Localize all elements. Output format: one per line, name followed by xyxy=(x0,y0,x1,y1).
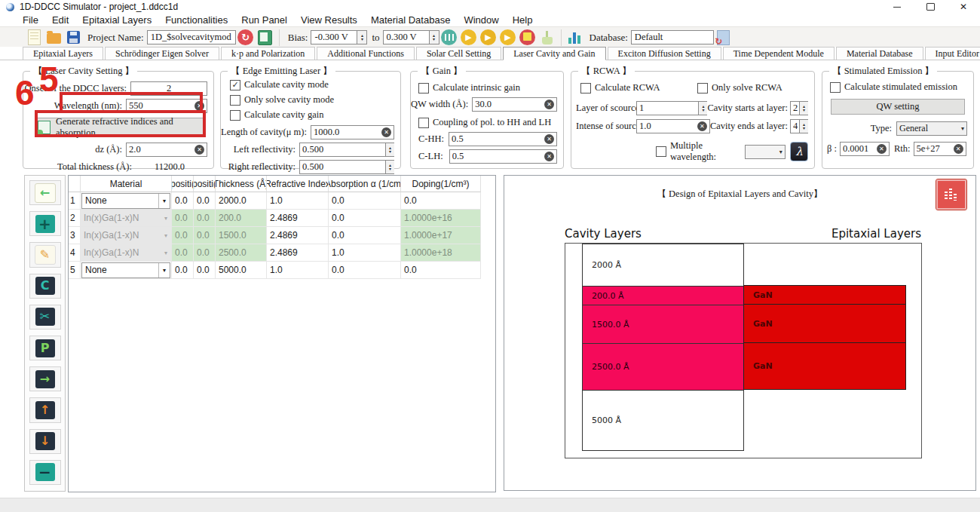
checkbox-only-solve-cavity-mode[interactable]: Only solve cavity mode xyxy=(230,94,400,106)
clean-button[interactable] xyxy=(538,29,556,47)
bias-to-spinner[interactable]: ▴▾ xyxy=(429,30,439,44)
clear-icon[interactable]: ✕ xyxy=(194,145,204,155)
maximize-button[interactable] xyxy=(914,0,947,14)
qw-setting-button[interactable]: QW setting xyxy=(831,99,965,115)
tab-additional-functions[interactable]: Additional Functions xyxy=(317,47,415,60)
checkbox-multiple-wavelength[interactable]: Multiple wavelength: xyxy=(656,140,740,163)
layer-of-source-input[interactable]: 1 ▴▾ xyxy=(636,101,707,115)
col-header-position2[interactable]: positi( xyxy=(194,176,216,192)
material-dropdown[interactable]: None ▾ xyxy=(81,192,172,210)
paste-layer-button[interactable]: P xyxy=(29,336,61,360)
cell-doping[interactable]: 0.0 xyxy=(401,262,481,279)
cell-position2[interactable]: 0.0 xyxy=(194,210,216,227)
bias-from-input[interactable]: -0.300 V xyxy=(311,30,357,44)
tab-epitaxial-layers[interactable]: Epitaxial Layers xyxy=(23,47,103,60)
cell-position1[interactable]: 0.0 xyxy=(172,227,194,244)
row-number[interactable]: 3 xyxy=(69,227,81,244)
view-results-button[interactable] xyxy=(566,29,584,47)
cell-refractive-index[interactable]: 2.4869 xyxy=(267,227,329,244)
menu-run-panel[interactable]: Run Panel xyxy=(234,14,294,26)
tab-time-dependent-module[interactable]: Time Dependent Module xyxy=(723,47,835,60)
row-number[interactable]: 1 xyxy=(69,192,81,210)
right-reflectivity-input[interactable]: 0.500 ▴▾ xyxy=(299,160,394,174)
tab-input-editor[interactable]: Input Editor xyxy=(925,47,980,60)
menu-functionalities[interactable]: Functionalities xyxy=(158,14,234,26)
spinner[interactable]: ▴▾ xyxy=(799,102,808,115)
cavity-starts-input[interactable]: 2 ▴▾ xyxy=(790,101,808,115)
checkbox-calculate-rcwa[interactable]: Calculate RCWA xyxy=(580,82,697,94)
minimize-button[interactable] xyxy=(880,0,914,14)
multiple-wavelength-select[interactable]: ▾ xyxy=(745,145,786,159)
tab-material-database[interactable]: Material Database xyxy=(836,47,923,60)
menu-file[interactable]: File xyxy=(16,14,45,26)
menu-epitaxial-layers[interactable]: Epitaxial Layers xyxy=(75,14,158,26)
clear-icon[interactable]: ✕ xyxy=(877,144,887,154)
plot-design-button[interactable] xyxy=(936,179,966,210)
run-save-button[interactable]: ▶ xyxy=(499,29,517,47)
copy-layer-button[interactable]: C xyxy=(29,274,61,299)
insert-layer-button[interactable]: → xyxy=(29,366,61,391)
cell-doping[interactable]: 1.0000e+18 xyxy=(401,244,481,262)
checkbox-calculate-intrinsic-gain[interactable]: Calculate intrinsic gain xyxy=(418,82,563,94)
row-number[interactable]: 4 xyxy=(69,244,81,262)
material-dropdown[interactable]: In(x)Ga(1-x)N ▾ xyxy=(81,210,172,227)
cell-refractive-index[interactable]: 1.0 xyxy=(267,192,329,210)
cell-refractive-index[interactable]: 1.0 xyxy=(267,262,329,279)
clear-icon[interactable]: ✕ xyxy=(381,127,391,137)
cell-thickness[interactable]: 2500.0 xyxy=(216,244,267,262)
row-number[interactable]: 2 xyxy=(69,210,81,227)
cell-absorption[interactable]: 0.0 xyxy=(329,262,401,279)
tab-schrodinger-eigen-solver[interactable]: Schrödinger Eigen Solver xyxy=(105,47,219,60)
material-dropdown[interactable]: None ▾ xyxy=(81,262,172,279)
checkbox-only-solve-rcwa[interactable]: Only solve RCWA xyxy=(697,82,782,94)
menu-material-database[interactable]: Material Database xyxy=(364,14,458,26)
run-button[interactable]: ▶ xyxy=(460,29,478,47)
tab-kp-and-polarization[interactable]: k·p and Polarization xyxy=(221,47,315,60)
database-refresh-button[interactable]: ↻ xyxy=(715,29,733,47)
menu-window[interactable]: Window xyxy=(457,14,505,26)
col-header-doping[interactable]: Doping(1/cm³) xyxy=(401,176,481,192)
cavity-ends-input[interactable]: 4 ▴▾ xyxy=(790,119,808,133)
checkbox-calculate-stimulated-emission[interactable]: Calculate stimulated emission xyxy=(830,81,973,93)
left-reflectivity-input[interactable]: 0.500 ▴▾ xyxy=(299,143,394,157)
cell-absorption[interactable]: 0.0 xyxy=(329,210,401,227)
type-select[interactable]: General ▾ xyxy=(896,121,967,136)
edit-layer-button[interactable]: ✎ xyxy=(29,242,61,267)
database-input[interactable]: Default xyxy=(631,30,714,44)
cell-doping[interactable]: 1.0000e+16 xyxy=(401,210,481,227)
clear-icon[interactable]: ✕ xyxy=(954,144,963,154)
material-dropdown[interactable]: In(x)Ga(1-x)N ▾ xyxy=(81,227,172,244)
cell-absorption[interactable]: 0.0 xyxy=(329,192,401,210)
intense-of-source-input[interactable]: 1.0 ✕ xyxy=(636,119,710,133)
reload-project-button[interactable]: ↻ xyxy=(237,29,255,47)
tab-laser-cavity-and-gain[interactable]: Laser Cavity and Gain xyxy=(503,47,605,60)
copy-project-button[interactable] xyxy=(256,29,274,47)
clear-icon[interactable]: ✕ xyxy=(544,134,554,144)
solver-settings-button[interactable] xyxy=(440,29,458,47)
cell-position1[interactable]: 0.0 xyxy=(172,192,194,210)
notes-button[interactable] xyxy=(519,29,537,47)
cell-thickness[interactable]: 1500.0 xyxy=(216,227,267,244)
add-layer-button[interactable]: + xyxy=(29,211,61,236)
rth-input[interactable]: 5e+27 ✕ xyxy=(914,142,966,156)
cell-position1[interactable]: 0.0 xyxy=(172,262,194,279)
cell-refractive-index[interactable]: 2.4869 xyxy=(267,210,329,227)
material-dropdown[interactable]: In(x)Ga(1-x)N ▾ xyxy=(81,244,172,262)
spinner[interactable]: ▴▾ xyxy=(385,161,394,173)
cell-doping[interactable]: 0.0 xyxy=(401,192,481,210)
col-header-refractive-index[interactable]: Refractive Index xyxy=(267,176,329,192)
project-name-input[interactable]: 1D_$solvecavitymod xyxy=(147,30,236,44)
cell-thickness[interactable]: 2000.0 xyxy=(216,192,267,210)
save-project-button[interactable] xyxy=(64,29,82,47)
tab-solar-cell-setting[interactable]: Solar Cell Setting xyxy=(416,47,501,60)
checkbox-calculate-cavity-gain[interactable]: Calculate cavity gain xyxy=(230,109,400,121)
clear-icon[interactable]: ✕ xyxy=(544,100,554,109)
col-header-position1[interactable]: positi( xyxy=(172,176,194,192)
menu-help[interactable]: Help xyxy=(506,14,540,26)
cell-absorption[interactable]: 0.0 xyxy=(329,227,401,244)
row-number[interactable]: 5 xyxy=(69,262,81,279)
c-lh-input[interactable]: 0.5 ✕ xyxy=(449,149,557,164)
cell-position2[interactable]: 0.0 xyxy=(194,262,216,279)
import-back-button[interactable]: ← xyxy=(29,180,61,205)
cell-position1[interactable]: 0.0 xyxy=(172,244,194,262)
